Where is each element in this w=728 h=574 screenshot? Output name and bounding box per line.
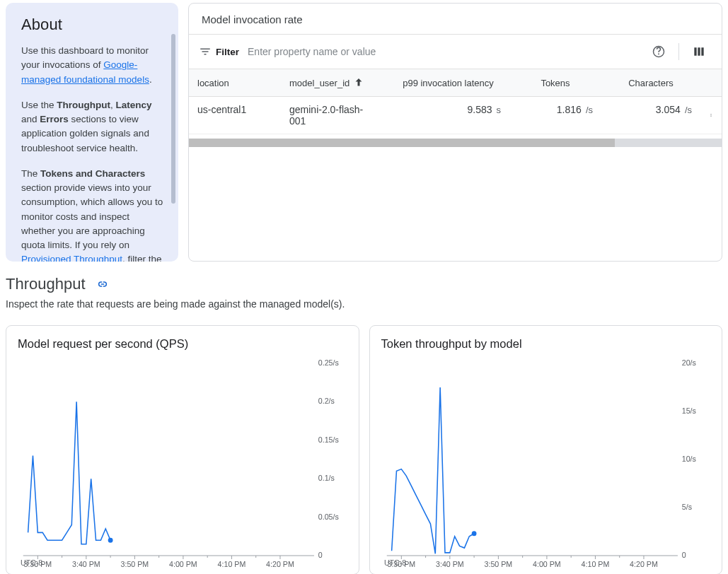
svg-text:3:50 PM: 3:50 PM — [121, 560, 149, 568]
filter-label: Filter — [199, 45, 239, 58]
link-icon — [96, 278, 109, 291]
throughput-section-header: Throughput — [6, 274, 722, 294]
svg-text:5/s: 5/s — [681, 503, 692, 511]
token-chart-card: Token throughput by model 05/s10/s15/s20… — [369, 325, 723, 574]
svg-text:4:10 PM: 4:10 PM — [581, 560, 609, 568]
table-row: us-central1 gemini-2.0-flash-001 9.583s … — [189, 97, 722, 134]
col-p99[interactable]: p99 invocation latency — [387, 69, 509, 96]
about-p1-suffix: . — [149, 74, 152, 85]
filter-input[interactable] — [246, 42, 639, 62]
about-paragraph-2: Use the Throughput, Latency and Errors s… — [21, 98, 164, 156]
svg-text:3:50 PM: 3:50 PM — [484, 560, 512, 568]
col-tokens[interactable]: Tokens — [509, 69, 601, 96]
svg-text:20/s: 20/s — [681, 359, 696, 367]
svg-text:0: 0 — [681, 551, 686, 559]
cell-characters: 3.054/s — [601, 97, 700, 134]
about-paragraph-1: Use this dashboard to monitor your invoc… — [21, 44, 164, 87]
horizontal-scrollbar-track[interactable] — [189, 139, 722, 147]
cell-location: us-central1 — [189, 97, 281, 134]
svg-point-50 — [471, 531, 476, 536]
help-icon — [652, 45, 666, 59]
cell-model-id: gemini-2.0-flash-001 — [281, 97, 387, 134]
table-header-row: location model_user_id p99 invocation la… — [189, 69, 722, 97]
svg-text:3:30 PM: 3:30 PM — [23, 560, 52, 568]
svg-text:4:20 PM: 4:20 PM — [266, 560, 294, 568]
sort-asc-icon — [352, 76, 365, 89]
svg-text:0.15/s: 0.15/s — [318, 435, 340, 444]
view-column-icon — [692, 45, 706, 59]
svg-point-25 — [108, 538, 113, 543]
cell-tokens: 1.816/s — [509, 97, 601, 134]
svg-text:3:30 PM: 3:30 PM — [387, 560, 415, 568]
svg-text:15/s: 15/s — [681, 406, 696, 415]
throughput-desc: Inspect the rate that requests are being… — [6, 298, 722, 310]
svg-text:10/s: 10/s — [681, 455, 696, 463]
qps-chart-title: Model request per second (QPS) — [18, 337, 347, 351]
more-vert-icon — [709, 109, 713, 122]
divider — [678, 43, 679, 60]
columns-button[interactable] — [686, 39, 712, 64]
about-scrollbar[interactable] — [171, 34, 175, 204]
svg-text:4:00 PM: 4:00 PM — [169, 560, 197, 568]
about-card: About Use this dashboard to monitor your… — [6, 3, 178, 262]
section-link-button[interactable] — [93, 274, 112, 294]
throughput-title: Throughput — [6, 275, 86, 293]
table-title: Model invocation rate — [189, 4, 722, 34]
svg-text:4:00 PM: 4:00 PM — [533, 560, 561, 568]
token-chart-title: Token throughput by model — [381, 337, 711, 351]
invocation-rate-card: Model invocation rate Filter location mo… — [188, 3, 722, 262]
svg-text:3:40 PM: 3:40 PM — [435, 560, 463, 568]
cell-p99: 9.583s — [387, 97, 509, 134]
svg-text:0: 0 — [318, 551, 323, 559]
row-actions-button[interactable] — [700, 97, 722, 134]
provisioned-throughput-link[interactable]: Provisioned Throughput — [21, 254, 122, 262]
svg-text:0.05/s: 0.05/s — [318, 512, 340, 520]
svg-text:3:40 PM: 3:40 PM — [72, 560, 100, 568]
qps-chart-card: Model request per second (QPS) 00.05/s0.… — [6, 325, 359, 574]
about-paragraph-3: The Tokens and Characters section provid… — [21, 167, 164, 262]
svg-text:4:10 PM: 4:10 PM — [218, 560, 246, 568]
svg-text:0.25/s: 0.25/s — [318, 359, 340, 367]
token-chart[interactable]: 05/s10/s15/s20/sUTC-83:30 PM3:40 PM3:50 … — [381, 359, 711, 571]
svg-text:0.2/s: 0.2/s — [318, 397, 335, 405]
about-title: About — [21, 16, 164, 34]
svg-text:0.1/s: 0.1/s — [318, 474, 335, 482]
svg-text:4:20 PM: 4:20 PM — [630, 560, 658, 568]
filter-list-icon — [199, 45, 212, 58]
help-button[interactable] — [646, 39, 671, 64]
filter-bar: Filter — [189, 34, 722, 69]
col-location[interactable]: location — [189, 69, 281, 96]
qps-chart[interactable]: 00.05/s0.1/s0.15/s0.2/s0.25/sUTC-83:30 P… — [18, 359, 347, 571]
col-characters[interactable]: Characters — [601, 69, 700, 96]
horizontal-scrollbar-thumb[interactable] — [189, 139, 615, 147]
col-model-user-id[interactable]: model_user_id — [281, 69, 387, 96]
